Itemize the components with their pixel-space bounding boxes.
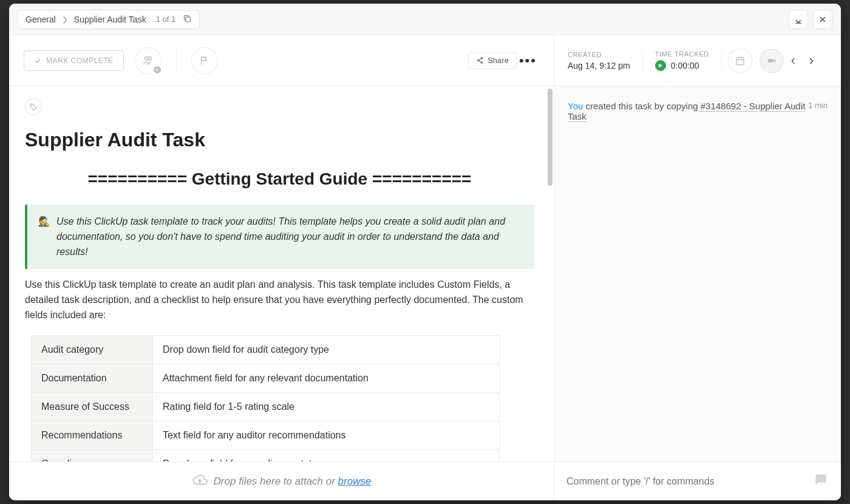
browse-link[interactable]: browse	[338, 475, 372, 487]
video-call-button[interactable]	[760, 49, 784, 73]
breadcrumb-root[interactable]: General	[25, 15, 56, 24]
description-paragraph: Use this ClickUp task template to create…	[25, 278, 534, 322]
chevron-right-icon: ❯	[62, 15, 68, 24]
assignee-add-button[interactable]: +	[135, 47, 162, 74]
share-label: Share	[488, 56, 509, 65]
time-tracked-label: TIME TRACKED	[655, 50, 709, 58]
field-name-cell: Documentation	[32, 364, 153, 392]
task-left-pane: MARK COMPLETE +	[9, 35, 554, 500]
svg-rect-7	[736, 57, 744, 64]
field-desc-cell: Text field for any auditor recommendatio…	[153, 421, 500, 449]
custom-fields-table: Audit categoryDrop down field for audit …	[31, 335, 500, 461]
mark-complete-button[interactable]: MARK COMPLETE	[24, 50, 124, 71]
task-modal: General ❯ Supplier Audit Task 1 of 1 MAR…	[9, 4, 841, 500]
task-title[interactable]: Supplier Audit Task	[25, 129, 534, 151]
activity-age: 1 min	[808, 101, 828, 110]
field-name-cell: Recommendations	[32, 421, 153, 449]
time-tracked-value: 0:00:00	[671, 61, 699, 70]
field-desc-cell: Drop down field for audit category type	[153, 335, 500, 364]
svg-point-5	[481, 62, 483, 63]
svg-point-3	[481, 58, 483, 59]
divider	[176, 49, 177, 73]
priority-flag-button[interactable]	[191, 47, 218, 74]
activity-verb: created this task by copying	[583, 101, 700, 111]
close-button[interactable]	[813, 10, 832, 29]
created-value: Aug 14, 9:12 pm	[568, 61, 630, 70]
task-right-pane: CREATED Aug 14, 9:12 pm TIME TRACKED 0:0…	[554, 35, 841, 500]
due-date-button[interactable]	[728, 49, 752, 73]
activity-actor[interactable]: You	[568, 101, 583, 111]
activity-feed: 1 min You created this task by copying #…	[554, 86, 841, 461]
breadcrumb-bar: General ❯ Supplier Audit Task 1 of 1	[9, 4, 841, 35]
breadcrumb-task[interactable]: Supplier Audit Task	[74, 15, 146, 24]
table-row: DocumentationAttachment field for any re…	[32, 364, 500, 392]
created-meta: CREATED Aug 14, 9:12 pm	[565, 51, 643, 70]
plus-icon: +	[152, 65, 162, 75]
chevron-right-icon[interactable]: ›	[807, 53, 816, 69]
svg-point-2	[148, 56, 152, 60]
callout-text: Use this ClickUp task template to track …	[56, 214, 523, 259]
svg-point-6	[32, 105, 32, 106]
field-name-cell: Measure of Success	[32, 392, 153, 421]
table-row: RecommendationsText field for any audito…	[32, 421, 500, 449]
cloud-upload-icon	[192, 472, 208, 491]
right-toolbar: CREATED Aug 14, 9:12 pm TIME TRACKED 0:0…	[554, 35, 841, 86]
field-desc-cell: Attachment field for any relevant docume…	[153, 364, 500, 392]
mark-complete-label: MARK COMPLETE	[46, 56, 114, 65]
task-toolbar: MARK COMPLETE +	[9, 35, 554, 86]
field-name-cell: Compliance	[32, 449, 153, 461]
breadcrumb-position: 1 of 1	[156, 15, 176, 24]
comment-input[interactable]	[566, 476, 813, 487]
field-desc-cell: Dropdown field for compliance status	[153, 449, 500, 461]
dropzone-text: Drop files here to attach or	[214, 475, 338, 487]
table-row: ComplianceDropdown field for compliance …	[32, 449, 500, 461]
field-desc-cell: Rating field for 1-5 rating scale	[153, 392, 500, 421]
table-row: Audit categoryDrop down field for audit …	[32, 335, 500, 364]
task-body-scroll[interactable]: Supplier Audit Task ========== Getting S…	[9, 86, 554, 461]
guide-heading: ========== Getting Started Guide =======…	[25, 169, 534, 189]
svg-point-1	[144, 56, 148, 60]
created-label: CREATED	[568, 51, 630, 58]
add-tag-button[interactable]	[25, 98, 42, 115]
callout-box: 🕵️ Use this ClickUp task template to tra…	[25, 205, 534, 269]
field-name-cell: Audit category	[32, 335, 153, 364]
breadcrumb-pill[interactable]: General ❯ Supplier Audit Task 1 of 1	[18, 10, 200, 29]
svg-rect-8	[768, 59, 773, 63]
comment-bar	[554, 461, 841, 500]
detective-icon: 🕵️	[38, 214, 50, 259]
time-tracked-meta: TIME TRACKED 0:00:00	[643, 50, 722, 71]
scrollbar[interactable]	[548, 89, 552, 186]
share-button[interactable]: Share	[468, 52, 517, 69]
more-menu-button[interactable]: •••	[517, 53, 539, 69]
play-timer-button[interactable]	[655, 60, 666, 71]
duplicate-icon[interactable]	[183, 14, 192, 25]
svg-point-4	[477, 60, 478, 61]
minimize-button[interactable]	[789, 10, 808, 29]
chat-icon[interactable]	[813, 472, 829, 491]
chevron-left-icon[interactable]: ‹	[791, 53, 800, 69]
table-row: Measure of SuccessRating field for 1-5 r…	[32, 392, 500, 421]
attachment-dropzone[interactable]: Drop files here to attach or browse	[9, 461, 554, 500]
svg-rect-0	[186, 17, 191, 22]
